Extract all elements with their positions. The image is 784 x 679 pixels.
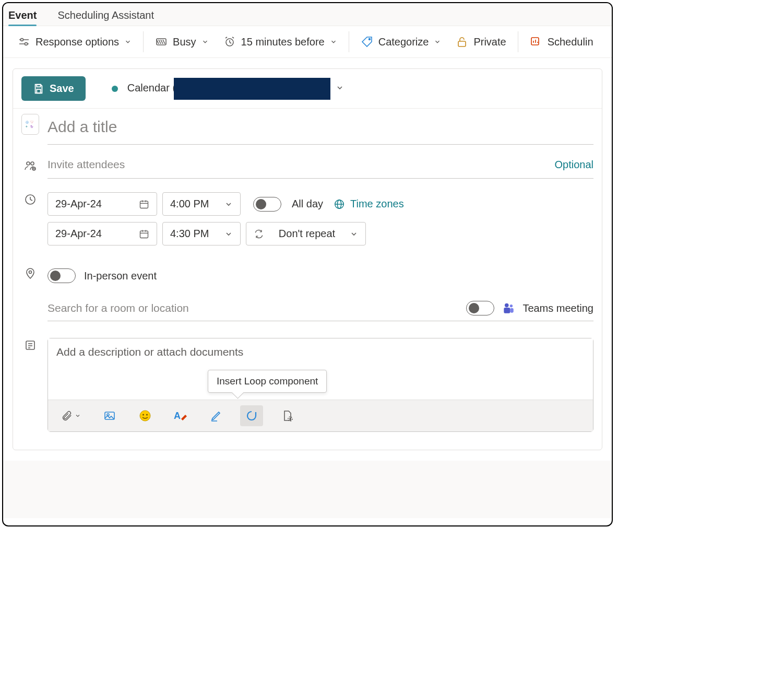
- reminder-label: 15 minutes before: [241, 36, 325, 48]
- svg-rect-45: [510, 308, 514, 313]
- globe-icon: [334, 198, 345, 210]
- clock-icon-cell: [21, 189, 39, 206]
- svg-line-7: [230, 42, 231, 43]
- show-as-label: Busy: [173, 36, 196, 48]
- title-input[interactable]: [47, 117, 593, 137]
- teams-meeting-toggle[interactable]: [466, 301, 494, 315]
- content-area: Save Calendar ( ◎♡+↻: [3, 68, 612, 518]
- svg-rect-11: [458, 41, 466, 46]
- tab-scheduling-assistant[interactable]: Scheduling Assistant: [57, 6, 154, 26]
- svg-point-54: [146, 414, 148, 416]
- save-row: Save Calendar (: [13, 69, 602, 109]
- end-date-value: 29-Apr-24: [55, 228, 102, 240]
- time-zones-link[interactable]: Time zones: [334, 198, 404, 210]
- people-icon: [24, 159, 37, 172]
- save-button[interactable]: Save: [21, 76, 86, 101]
- end-time-value: 4:30 PM: [170, 228, 209, 240]
- svg-point-42: [505, 303, 509, 308]
- description-toolbar: A: [48, 400, 593, 431]
- svg-point-1: [21, 39, 23, 41]
- categorize-button[interactable]: Categorize: [353, 32, 449, 51]
- description-row: Insert Loop component: [13, 330, 602, 444]
- optional-attendees-link[interactable]: Optional: [555, 159, 594, 171]
- location-pin-icon: [24, 267, 37, 280]
- location-input[interactable]: [47, 302, 466, 314]
- chevron-down-icon: [434, 38, 441, 45]
- svg-text:◎: ◎: [26, 120, 29, 124]
- font-formatting-button[interactable]: A: [169, 405, 192, 426]
- location-row: In-person event Teams meeting: [13, 258, 602, 330]
- unlock-icon: [456, 36, 468, 48]
- svg-point-3: [25, 43, 28, 45]
- chevron-down-icon: [224, 230, 233, 238]
- repeat-icon: [254, 229, 264, 239]
- categorize-label: Categorize: [378, 36, 429, 48]
- scheduling-poll-button[interactable]: Schedulin: [522, 32, 601, 51]
- insert-loop-button[interactable]: [240, 405, 263, 426]
- svg-rect-30: [140, 201, 148, 208]
- paperclip-icon: [61, 410, 73, 422]
- show-as-button[interactable]: Busy: [148, 32, 216, 51]
- svg-text:+: +: [26, 124, 28, 129]
- font-icon: A: [174, 409, 187, 422]
- svg-rect-37: [140, 231, 148, 238]
- suggestions-button[interactable]: ◎♡+↻: [21, 114, 39, 135]
- file-icon: [281, 409, 293, 422]
- end-time-picker[interactable]: 4:30 PM: [162, 222, 241, 245]
- chevron-down-icon: [124, 38, 132, 45]
- image-icon: [103, 409, 116, 422]
- insert-emoji-button[interactable]: [134, 405, 157, 426]
- svg-line-8: [225, 37, 227, 38]
- private-label: Private: [473, 36, 506, 48]
- recurrence-picker[interactable]: Don't repeat: [246, 222, 366, 245]
- busy-icon: [155, 36, 168, 48]
- svg-point-41: [29, 271, 32, 274]
- title-row: ◎♡+↻: [13, 109, 602, 150]
- save-label: Save: [50, 83, 74, 95]
- description-icon-cell: [21, 335, 39, 352]
- calendar-picker[interactable]: Calendar (: [127, 78, 330, 100]
- private-button[interactable]: Private: [448, 32, 513, 51]
- location-icon-cell: [21, 263, 39, 280]
- invite-attendees-input[interactable]: [47, 158, 555, 171]
- footer-area: [3, 461, 612, 518]
- reminder-button[interactable]: 15 minutes before: [216, 32, 345, 51]
- start-date-picker[interactable]: 29-Apr-24: [47, 192, 157, 216]
- svg-point-52: [140, 411, 150, 421]
- emoji-icon: [139, 409, 151, 422]
- svg-point-23: [31, 162, 34, 165]
- calendar-icon: [139, 229, 149, 239]
- svg-rect-44: [504, 308, 510, 313]
- svg-rect-16: [37, 84, 40, 87]
- tab-event[interactable]: Event: [8, 6, 37, 26]
- svg-line-9: [232, 37, 234, 38]
- end-date-picker[interactable]: 29-Apr-24: [47, 222, 157, 245]
- insert-signature-button[interactable]: [205, 405, 228, 426]
- insert-file-button[interactable]: [276, 405, 299, 426]
- recurrence-value: Don't repeat: [279, 228, 335, 240]
- all-day-label: All day: [292, 198, 323, 210]
- svg-point-10: [369, 39, 370, 40]
- tag-icon: [361, 36, 373, 48]
- teams-meeting-label: Teams meeting: [522, 302, 593, 314]
- description-area: Insert Loop component: [47, 338, 593, 432]
- attach-button[interactable]: [56, 405, 86, 426]
- start-time-value: 4:00 PM: [170, 198, 209, 210]
- calendar-color-dot: [112, 86, 118, 92]
- insert-picture-button[interactable]: [98, 405, 121, 426]
- start-date-value: 29-Apr-24: [55, 198, 102, 210]
- pen-icon: [210, 409, 222, 422]
- calendar-icon: [139, 199, 149, 209]
- tabs-bar: Event Scheduling Assistant: [3, 3, 612, 26]
- start-time-picker[interactable]: 4:00 PM: [162, 192, 241, 216]
- all-day-toggle[interactable]: [253, 197, 281, 212]
- calendar-prefix: Calendar (: [127, 82, 176, 93]
- calendar-chevron[interactable]: [336, 84, 344, 94]
- poll-icon: [530, 36, 542, 48]
- loop-tooltip: Insert Loop component: [208, 370, 327, 393]
- response-options-button[interactable]: Response options: [10, 32, 139, 51]
- svg-text:♡: ♡: [30, 120, 33, 124]
- save-icon: [33, 83, 44, 95]
- datetime-row: 29-Apr-24 4:00 PM All day: [13, 184, 602, 258]
- in-person-toggle[interactable]: [47, 268, 76, 283]
